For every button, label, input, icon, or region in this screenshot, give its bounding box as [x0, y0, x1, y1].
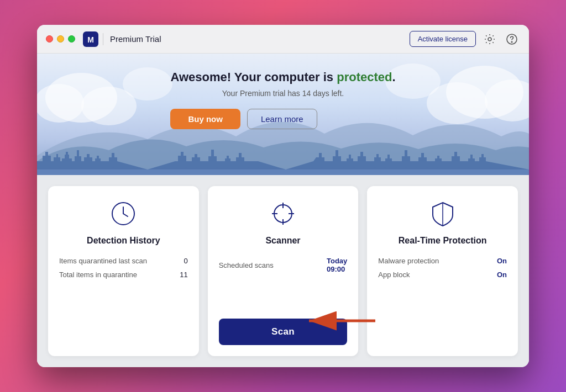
detection-history-icon-container	[59, 199, 188, 228]
svg-point-7	[81, 87, 137, 125]
shield-icon-container	[378, 199, 507, 228]
stat-label-total-quarantine: Total items in quarantine	[59, 271, 137, 279]
stat-row-malware: Malware protection On	[378, 257, 507, 265]
clock-icon	[109, 199, 138, 228]
hero-buttons: Buy now Learn more	[170, 109, 395, 129]
hero-main-title: Awesome! Your computer is protected.	[170, 70, 395, 84]
svg-point-9	[485, 80, 529, 121]
traffic-lights	[46, 35, 75, 43]
stat-row-total-quarantine: Total items in quarantine 11	[59, 271, 188, 279]
svg-point-8	[446, 66, 523, 119]
hero-text-block: Awesome! Your computer is protected. You…	[170, 70, 395, 129]
hero-section: Awesome! Your computer is protected. You…	[37, 54, 529, 175]
svg-point-11	[123, 67, 172, 100]
arrow-annotation	[303, 310, 375, 334]
cards-section: Detection History Items quarantined last…	[37, 175, 529, 367]
realtime-title: Real-Time Protection	[378, 236, 507, 246]
stat-label-quarantined-last: Items quarantined last scan	[59, 257, 147, 265]
svg-point-6	[37, 84, 84, 123]
help-button[interactable]	[504, 31, 520, 47]
gear-icon	[484, 34, 495, 45]
detection-history-stats: Items quarantined last scan 0 Total item…	[59, 257, 188, 279]
stat-row-quarantined-last: Items quarantined last scan 0	[59, 257, 188, 265]
titlebar-divider	[103, 33, 103, 45]
stat-row-appblock: App block On	[378, 271, 507, 279]
realtime-protection-card: Real-Time Protection Malware protection …	[367, 186, 518, 356]
stat-value-total-quarantine: 11	[180, 271, 187, 279]
realtime-stats: Malware protection On App block On	[378, 257, 507, 279]
stat-value-scheduled: Today09:00	[327, 257, 347, 273]
titlebar-actions: Activate license	[410, 31, 520, 47]
app-title: Premium Trial	[110, 34, 410, 44]
stat-label-appblock: App block	[378, 271, 410, 279]
stat-label-scheduled: Scheduled scans	[219, 261, 274, 269]
minimize-button[interactable]	[57, 35, 64, 43]
settings-button[interactable]	[481, 31, 498, 47]
hero-sub-title: Your Premium trial has 14 days left.	[170, 89, 395, 98]
crosshair-icon	[269, 199, 297, 228]
scanner-title: Scanner	[219, 236, 348, 246]
svg-point-5	[45, 73, 117, 123]
stat-value-quarantined-last: 0	[184, 257, 187, 265]
svg-point-4	[511, 41, 512, 43]
question-icon	[506, 33, 518, 45]
svg-text:M: M	[87, 35, 94, 44]
app-logo-icon: M	[83, 31, 98, 47]
stat-row-scheduled: Scheduled scans Today09:00	[219, 257, 348, 273]
shield-icon	[428, 199, 457, 228]
stat-label-malware: Malware protection	[378, 257, 439, 265]
stat-value-appblock: On	[497, 271, 507, 279]
scanner-stats: Scheduled scans Today09:00	[219, 257, 348, 273]
svg-point-2	[488, 38, 491, 41]
svg-rect-13	[37, 169, 529, 175]
titlebar: M Premium Trial Activate license	[37, 25, 529, 54]
svg-point-10	[427, 82, 488, 124]
detection-history-card: Detection History Items quarantined last…	[48, 186, 199, 356]
scanner-icon-container	[219, 199, 348, 228]
maximize-button[interactable]	[68, 35, 75, 43]
activate-license-button[interactable]: Activate license	[410, 31, 476, 47]
stat-value-malware: On	[497, 257, 507, 265]
buy-now-button[interactable]: Buy now	[170, 109, 240, 129]
learn-more-button[interactable]: Learn more	[247, 109, 317, 129]
detection-history-title: Detection History	[59, 236, 188, 246]
close-button[interactable]	[46, 35, 53, 43]
app-window: M Premium Trial Activate license	[37, 25, 529, 367]
